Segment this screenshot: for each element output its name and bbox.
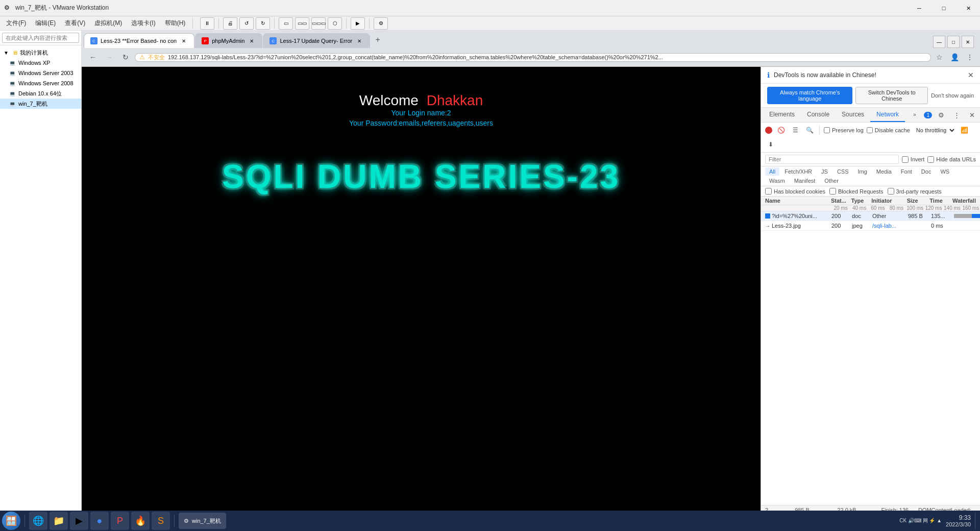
net-tab-fetch-xhr[interactable]: Fetch/XHR — [780, 167, 816, 176]
tree-item-mycomputer[interactable]: ▼ 🖥 我的计算机 — [0, 47, 81, 58]
preserve-log-checkbox[interactable] — [824, 127, 830, 133]
tree-item-win7[interactable]: 💻 win_7_靶机 — [0, 99, 81, 109]
back-button[interactable]: ← — [86, 50, 100, 64]
menu-bar: 文件(F) 编辑(E) 查看(V) 虚拟机(M) 选项卡(I) 帮助(H) ⏸ … — [0, 16, 980, 31]
tab-extra-btn2[interactable]: □ — [947, 36, 960, 48]
disable-cache-checkbox[interactable] — [867, 127, 873, 133]
taskbar-separator-1 — [24, 515, 25, 527]
menu-edit[interactable]: 编辑(E) — [31, 17, 60, 29]
timeline-scale: 20 ms 40 ms 60 ms 80 ms 100 ms 120 ms 14… — [761, 205, 980, 211]
settings-icon[interactable]: ⚙ — [935, 109, 947, 121]
tree-item-winserver2003[interactable]: 💻 Windows Server 2003 — [0, 68, 81, 78]
row1-initiator[interactable]: /sqli-lab... — [872, 223, 908, 229]
bookmark-star-icon[interactable]: ☆ — [933, 51, 945, 63]
net-tab-js[interactable]: JS — [817, 167, 832, 176]
tab-extra-btn3[interactable]: ✕ — [962, 36, 974, 48]
tab-close-less17[interactable]: ✕ — [355, 37, 363, 45]
net-tab-css[interactable]: CSS — [833, 167, 853, 176]
more-icon[interactable]: ⋮ — [950, 109, 963, 121]
net-tab-img[interactable]: Img — [854, 167, 871, 176]
tab-extra-btn1[interactable]: — — [933, 36, 945, 48]
menu-file[interactable]: 文件(F) — [2, 17, 30, 29]
toolbar-layout-btn4[interactable]: ⬡ — [328, 17, 342, 30]
start-button[interactable]: 🪟 — [2, 512, 20, 530]
toolbar-layout-btn3[interactable]: ▭▭▭ — [311, 17, 326, 30]
show-desktop-btn[interactable] — [975, 513, 978, 529]
close-button[interactable]: ✕ — [957, 0, 980, 16]
devtools-tab-network[interactable]: Network — [870, 108, 905, 122]
always-match-language-button[interactable]: Always match Chrome's language — [767, 87, 852, 104]
taskbar-right: CK 🔊⌨ 网 ⚡ ▲ 9:33 2022/3/30 — [899, 513, 978, 529]
taskbar-media[interactable]: ▶ — [70, 512, 88, 530]
tree-item-winxp[interactable]: 💻 Windows XP — [0, 58, 81, 68]
tree-item-debian[interactable]: 💻 Debian 10.x 64位 — [0, 88, 81, 99]
minimize-button[interactable]: ─ — [908, 0, 931, 16]
dont-show-again-link[interactable]: Don't show again — [931, 92, 974, 99]
taskbar-vmware-app[interactable]: ⚙ win_7_靶机 — [179, 513, 226, 529]
third-party-checkbox[interactable] — [888, 188, 894, 195]
network-row-0[interactable]: ?id=%27%20uni... 200 doc Other 985 B 135… — [761, 211, 980, 221]
tree-item-winserver2008[interactable]: 💻 Windows Server 2008 — [0, 78, 81, 88]
menu-view[interactable]: 查看(V) — [61, 17, 89, 29]
devtools-tab-more[interactable]: » — [907, 109, 922, 122]
devtools-tab-elements[interactable]: Elements — [763, 108, 801, 122]
toolbar-pause-btn[interactable]: ⏸ — [200, 17, 214, 30]
net-tab-manifest[interactable]: Manifest — [790, 177, 820, 185]
sidebar-search-input[interactable] — [2, 33, 79, 43]
net-tab-doc[interactable]: Doc — [917, 167, 936, 176]
tab-close-phpmyadmin[interactable]: ✕ — [248, 37, 256, 45]
toolbar-settings-btn[interactable]: ⚙ — [374, 17, 388, 30]
menu-vm[interactable]: 虚拟机(M) — [90, 17, 126, 29]
toolbar-btn4[interactable]: ↻ — [256, 17, 270, 30]
devtools-tab-sources[interactable]: Sources — [836, 108, 870, 122]
devtools-close-icon[interactable]: ✕ — [966, 109, 978, 121]
tab-close-less23[interactable]: ✕ — [180, 37, 188, 45]
taskbar-ie[interactable]: 🌐 — [29, 512, 47, 530]
clear-button[interactable]: 🚫 — [775, 125, 787, 136]
net-tab-all[interactable]: All — [765, 167, 779, 176]
search-icon-btn[interactable]: 🔍 — [804, 125, 815, 136]
browser-tab-less17[interactable]: C Less-17 Update Query- Error ✕ — [263, 33, 370, 48]
record-button[interactable] — [765, 127, 772, 134]
filter-icon-btn[interactable]: ☰ — [790, 125, 801, 136]
taskbar-explorer[interactable]: 📁 — [50, 512, 68, 530]
throttle-select[interactable]: No throttling — [913, 127, 956, 134]
browser-tab-less23[interactable]: C Less-23 **Error Based- no con ✕ — [84, 33, 194, 48]
forward-button[interactable]: → — [102, 50, 116, 64]
switch-devtools-language-button[interactable]: Switch DevTools to Chinese — [855, 87, 928, 104]
filter-input[interactable] — [765, 155, 899, 164]
notification-close-icon[interactable]: ✕ — [968, 71, 974, 79]
blocked-cookies-checkbox[interactable] — [765, 188, 772, 195]
taskbar-sublime[interactable]: S — [152, 512, 170, 530]
blocked-requests-checkbox[interactable] — [829, 188, 836, 195]
toolbar-print-btn[interactable]: 🖨 — [223, 17, 237, 30]
net-tab-other[interactable]: Other — [820, 177, 843, 185]
toolbar-play-btn[interactable]: ▶ — [351, 17, 365, 30]
hide-data-urls-checkbox[interactable] — [927, 156, 934, 163]
import-icon-btn[interactable]: ⬇ — [765, 139, 776, 150]
computer-icon-xp: 💻 — [8, 59, 16, 67]
maximize-button[interactable]: □ — [932, 0, 955, 16]
reload-button[interactable]: ↻ — [118, 50, 133, 64]
toolbar-btn3[interactable]: ↺ — [239, 17, 254, 30]
toolbar-layout-btn1[interactable]: ▭ — [279, 17, 293, 30]
address-input[interactable]: 192.168.137.129/sqli-labs/Less-23/?id=%2… — [168, 54, 926, 60]
menu-tabs[interactable]: 选项卡(I) — [127, 17, 159, 29]
profile-icon[interactable]: 👤 — [948, 51, 961, 63]
net-tab-ws[interactable]: WS — [936, 167, 953, 176]
net-tab-wasm[interactable]: Wasm — [765, 177, 789, 185]
browser-tab-phpmyadmin[interactable]: P phpMyAdmin ✕ — [195, 33, 262, 48]
net-tab-font[interactable]: Font — [897, 167, 916, 176]
invert-checkbox[interactable] — [902, 156, 909, 163]
taskbar-chrome[interactable]: ● — [90, 512, 109, 530]
menu-help[interactable]: 帮助(H) — [161, 17, 190, 29]
new-tab-button[interactable]: + — [371, 33, 385, 47]
devtools-tab-console[interactable]: Console — [801, 108, 836, 122]
net-tab-media[interactable]: Media — [872, 167, 896, 176]
wifi-icon-btn[interactable]: 📶 — [959, 125, 970, 136]
network-row-1[interactable]: → Less-23.jpg 200 jpeg /sqli-lab... 0 ms — [761, 221, 980, 231]
taskbar-parallels[interactable]: P — [111, 512, 129, 530]
toolbar-layout-btn2[interactable]: ▭▭ — [295, 17, 309, 30]
menu-icon[interactable]: ⋮ — [964, 51, 976, 63]
taskbar-app1[interactable]: 🔥 — [131, 512, 150, 530]
